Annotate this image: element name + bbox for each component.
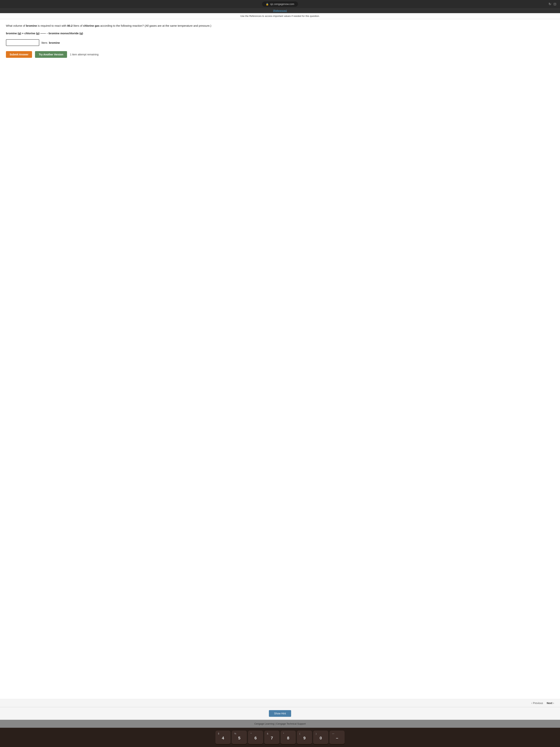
keyboard-key[interactable]: (9 [297,731,312,744]
question-text-middle2: liters of [73,24,83,27]
chevron-left-icon: ‹ [531,701,532,705]
answer-unit: liters bromine [42,41,60,44]
previous-button[interactable]: ‹ Previous [531,701,543,705]
keyboard-key[interactable]: )0 [313,731,328,744]
page-wrapper: [References] Use the References to acces… [0,8,560,728]
submit-answer-button[interactable]: Submit Answer [6,51,32,58]
cengage-support-link[interactable]: Cengage Technical Support [276,722,306,725]
cengage-learning-link[interactable]: Cengage Learning [254,722,274,725]
keyboard-row: $4%5^6&7*8(9)0—– [1,731,559,744]
address-bar: 🔒 sjc.cengagenow.com [262,1,298,7]
show-hint-button[interactable]: Show Hint [269,710,291,717]
keyboard-key[interactable]: &7 [264,731,279,744]
previous-label: Previous [533,702,543,704]
answer-unit-bold: bromine [49,41,60,44]
answer-row: liters bromine [6,39,554,46]
url-text: sjc.cengagenow.com [270,3,294,5]
footer: Cengage Learning | Cengage Technical Sup… [0,720,560,728]
question-text-after: according to the following reaction? (Al… [100,24,211,27]
bottom-navigation: ‹ Previous Next › [0,699,560,707]
keyboard-key[interactable]: $4 [216,731,230,744]
chlorine-text: chlorine gas [83,24,100,27]
next-label: Next [547,702,552,704]
question-area: What volume of bromine is required to re… [0,19,560,699]
keyboard-key[interactable]: —– [330,731,344,744]
browser-actions: ↻ ⊡ [549,2,556,6]
lock-icon: 🔒 [266,3,269,5]
question-text-middle1: is required to react with [37,24,67,27]
hint-area: Show Hint [0,707,560,720]
refresh-icon[interactable]: ↻ [549,2,551,6]
references-bar[interactable]: [References] [0,8,560,13]
answer-unit-text: liters [42,41,47,44]
answer-input[interactable] [6,39,39,46]
next-button[interactable]: Next › [547,701,554,705]
references-instruction: Use the References to access important v… [0,13,560,19]
chevron-right-icon: › [553,701,554,705]
question-text: What volume of bromine is required to re… [6,24,554,28]
try-another-version-button[interactable]: Try Another Version [35,51,67,58]
bookmark-icon[interactable]: ⊡ [554,2,556,6]
content-area: [References] Use the References to acces… [0,8,560,720]
footer-separator: | [275,722,276,725]
keyboard-key[interactable]: *8 [281,731,296,744]
value-text: 80.2 [67,24,73,27]
keyboard-key[interactable]: ^6 [248,731,263,744]
reaction-equation: bromine (g) + chlorine (g) ——→bromine mo… [6,32,554,35]
bromine-text: bromine [26,24,37,27]
buttons-row: Submit Answer Try Another Version 1 item… [6,51,554,58]
browser-chrome: 🔒 sjc.cengagenow.com ↻ ⊡ [0,0,560,8]
question-text-before: What volume of [6,24,26,27]
references-instruction-text: Use the References to access important v… [240,15,320,18]
keyboard-key[interactable]: %5 [232,731,247,744]
empty-space [6,61,554,117]
keyboard-area: $4%5^6&7*8(9)0—– [0,728,560,747]
attempt-text: 1 item attempt remaining [70,53,99,56]
references-label: [References] [273,9,287,12]
